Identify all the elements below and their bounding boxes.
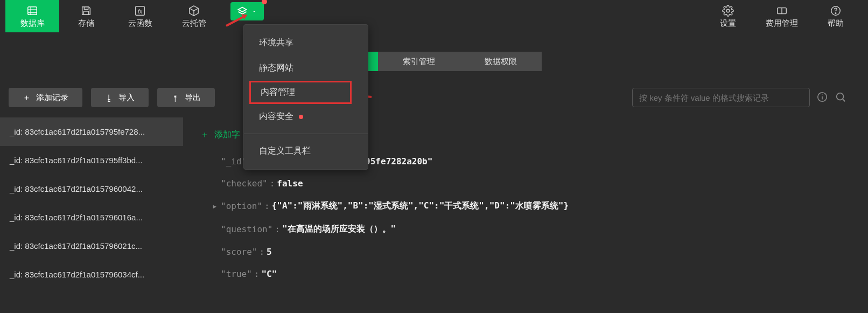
search-input[interactable] [632, 88, 810, 107]
record-item[interactable]: _id: 83cfc1ac617d2f1a015796034cf... [0, 260, 183, 289]
topbar-label: 帮助 [828, 18, 844, 29]
actions-row: ＋ 添加记录 ⭳ 导入 ⭱ 导出 [9, 88, 215, 107]
notification-dot [299, 115, 303, 119]
record-item[interactable]: _id: 83cfc1ac617d2f1a015796021c... [0, 232, 183, 260]
json-val: 5 [267, 247, 272, 257]
save-icon [80, 4, 92, 17]
plus-icon: ＋ [23, 93, 31, 103]
json-line[interactable]: ▸ "option" : {"A":"雨淋系统","B":"湿式系统","C":… [200, 194, 857, 218]
button-label: 导入 [118, 93, 135, 103]
records-list: _id: 83cfc1ac617d2f1a015795fe728... _id:… [0, 117, 183, 289]
json-key: "checked" [221, 178, 268, 189]
record-item[interactable]: _id: 83cfc1ac617d2f1a0157960042... [0, 175, 183, 203]
json-line[interactable]: "score" : 5 [200, 241, 857, 263]
upload-icon: ⭱ [171, 93, 179, 102]
json-val: false [277, 178, 303, 189]
menu-item-content-mgmt[interactable]: 内容管理 [249, 81, 352, 104]
menu-item-label: 内容安全 [259, 111, 293, 122]
fx-icon: fx [134, 4, 146, 17]
layers-icon [237, 6, 248, 17]
topbar-label: 云函数 [128, 18, 152, 29]
json-sep: : [254, 269, 260, 279]
record-item[interactable]: _id: 83cfc1ac617d2f1a015795ff3bd... [0, 146, 183, 175]
help-icon [830, 4, 842, 17]
svg-rect-5 [83, 11, 88, 14]
json-line[interactable]: "true" : "C" [200, 263, 857, 285]
json-val: "C" [261, 269, 277, 279]
json-key: "true" [221, 269, 252, 279]
topbar-button-cloud-host[interactable]: 云托管 [167, 0, 221, 32]
record-item[interactable]: _id: 83cfc1ac617d2f1a015795fe728... [0, 117, 183, 146]
import-button[interactable]: ⭳ 导入 [91, 88, 149, 107]
json-line[interactable]: "question" : "在高温的场所应安装（）。" [200, 218, 857, 241]
svg-text:fx: fx [138, 8, 143, 14]
button-label: 导出 [185, 93, 201, 103]
json-key: "score" [221, 247, 257, 257]
active-tab-indicator [368, 52, 378, 71]
json-key: "_id" [221, 156, 247, 166]
svg-rect-4 [84, 6, 88, 9]
tabs-row: 索引管理 数据权限 [368, 52, 542, 71]
topbar-label: 存储 [78, 18, 94, 29]
topbar-button-settings[interactable]: 设置 [701, 0, 755, 32]
database-icon [26, 4, 38, 17]
topbar-button-cloud-fn[interactable]: fx 云函数 [113, 0, 167, 32]
topbar-button-help[interactable]: 帮助 [809, 0, 863, 32]
tab-index-mgmt[interactable]: 索引管理 [378, 52, 460, 71]
topbar-label: 费用管理 [766, 18, 798, 29]
info-icon[interactable] [816, 91, 828, 105]
svg-point-12 [835, 12, 836, 13]
menu-item-env-share[interactable]: 环境共享 [244, 30, 368, 55]
tab-data-perm[interactable]: 数据权限 [460, 52, 542, 71]
json-val: {"A":"雨淋系统","B":"湿式系统","C":"干式系统","D":"水… [272, 200, 569, 212]
plus-icon: ＋ [200, 129, 209, 140]
notification-dot [262, 0, 267, 4]
topbar-label: 云托管 [182, 18, 206, 29]
download-icon: ⭳ [105, 93, 113, 102]
button-label: 添加记录 [36, 93, 68, 103]
search-icon[interactable] [835, 91, 846, 105]
svg-rect-0 [28, 6, 37, 15]
topbar-button-storage[interactable]: 存储 [59, 0, 113, 32]
export-button[interactable]: ⭱ 导出 [157, 88, 215, 107]
expand-caret-icon[interactable]: ▸ [212, 201, 218, 211]
topbar: 数据库 存储 fx 云函数 云托管 [0, 0, 868, 32]
record-item[interactable]: _id: 83cfc1ac617d2f1a015796016a... [0, 203, 183, 232]
json-sep: : [264, 201, 270, 211]
topbar-left: 数据库 存储 fx 云函数 云托管 [5, 0, 264, 32]
more-tools-dropdown[interactable] [230, 2, 264, 20]
menu-separator [244, 134, 368, 134]
json-sep: : [259, 247, 264, 257]
json-key: "option" [221, 201, 262, 211]
search-wrap [632, 88, 846, 107]
billing-icon [776, 4, 788, 17]
json-sep: : [270, 178, 275, 189]
json-key: "question" [221, 224, 272, 234]
add-record-button[interactable]: ＋ 添加记录 [9, 88, 82, 107]
tools-dropdown-menu: 环境共享 静态网站 内容管理 内容安全 自定义工具栏 [243, 24, 368, 170]
json-line[interactable]: "checked" : false [200, 172, 857, 194]
json-val: "在高温的场所应安装（）。" [282, 224, 396, 235]
topbar-button-database[interactable]: 数据库 [5, 0, 59, 32]
gear-icon [722, 4, 734, 17]
menu-item-content-safety[interactable]: 内容安全 [244, 104, 368, 129]
topbar-right: 设置 费用管理 帮助 [701, 0, 863, 32]
menu-item-static-site[interactable]: 静态网站 [244, 55, 368, 81]
svg-point-8 [726, 9, 730, 12]
chevron-down-icon [251, 8, 257, 15]
menu-item-custom-toolbar[interactable]: 自定义工具栏 [244, 138, 368, 164]
topbar-label: 数据库 [20, 18, 45, 29]
svg-point-19 [837, 93, 844, 100]
add-field-label: 添加字 [214, 129, 240, 140]
cube-icon [188, 4, 200, 17]
topbar-button-billing[interactable]: 费用管理 [755, 0, 809, 32]
json-sep: : [275, 224, 280, 234]
topbar-label: 设置 [720, 18, 736, 29]
svg-line-20 [843, 99, 845, 101]
